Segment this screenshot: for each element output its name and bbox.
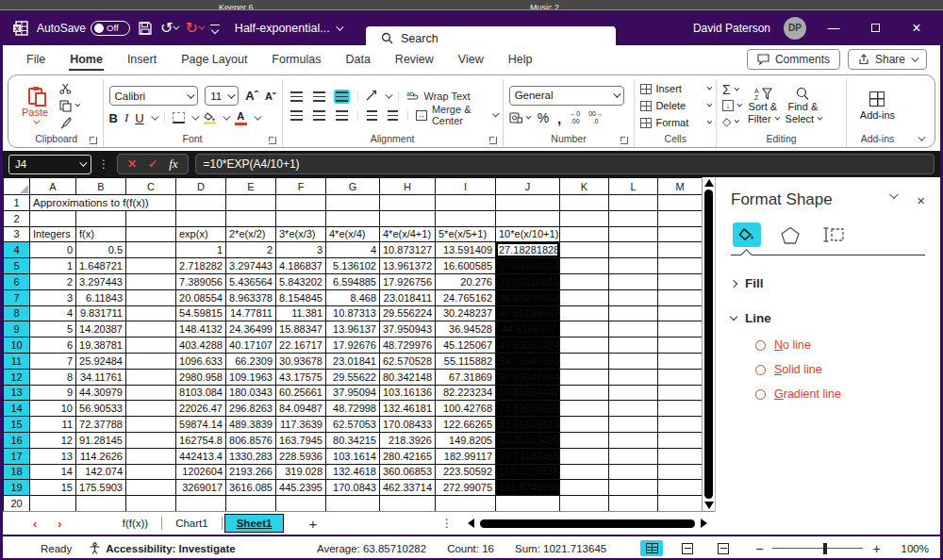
column-header-K[interactable]: K xyxy=(560,178,609,195)
row-header-19[interactable]: 19 xyxy=(4,480,30,496)
cell-B14[interactable]: 56.90533 xyxy=(76,401,126,417)
cell-I18[interactable]: 223.50592 xyxy=(436,464,496,480)
cell-A13[interactable]: 9 xyxy=(30,385,76,401)
redo-button[interactable]: ↻ xyxy=(185,21,202,36)
cell-G18[interactable]: 132.4618 xyxy=(326,464,380,480)
cell-F18[interactable]: 319.028 xyxy=(276,464,326,480)
comments-button[interactable]: Comments xyxy=(747,49,840,70)
fill-section-header[interactable]: Fill xyxy=(731,276,925,290)
font-size-combo[interactable]: 11 xyxy=(205,86,239,106)
ribbon-tab-page-layout[interactable]: Page Layout xyxy=(171,48,257,71)
cell-I6[interactable]: 20.276 xyxy=(436,273,496,289)
underline-button[interactable]: U xyxy=(135,111,143,125)
column-header-C[interactable]: C xyxy=(126,178,176,195)
search-input[interactable]: Search xyxy=(366,26,616,50)
page-break-view-button[interactable] xyxy=(712,540,735,556)
panel-close-icon[interactable]: × xyxy=(917,192,925,208)
cell-G11[interactable]: 23.01841 xyxy=(326,353,380,369)
cell-B18[interactable]: 142.074 xyxy=(76,464,126,480)
percent-style-button[interactable]: % xyxy=(538,110,549,125)
cell-J16[interactable]: 90.25013499 xyxy=(496,432,560,448)
undo-button[interactable]: ↺ xyxy=(160,21,177,36)
cell-B19[interactable]: 175.5903 xyxy=(76,480,126,496)
effects-tab[interactable] xyxy=(776,222,804,247)
series-header-cell[interactable]: 10*e(x/10+1) xyxy=(496,226,560,242)
cell-B8[interactable]: 9.831711 xyxy=(76,305,126,321)
cell-J14[interactable]: 73.89056099 xyxy=(496,401,560,417)
cell-B4[interactable]: 0.5 xyxy=(76,242,126,258)
cell[interactable] xyxy=(658,242,703,258)
cell[interactable] xyxy=(658,289,703,305)
cell-A19[interactable]: 15 xyxy=(30,480,76,496)
cell-C11[interactable] xyxy=(126,353,176,369)
cell-E16[interactable]: 806.8576 xyxy=(226,432,276,448)
cell-C13[interactable] xyxy=(126,385,176,401)
cell-A7[interactable]: 3 xyxy=(30,289,76,305)
series-header-cell[interactable]: 3*e(x/3) xyxy=(276,226,326,242)
normal-view-button[interactable] xyxy=(640,540,663,556)
cell[interactable] xyxy=(560,210,609,226)
cell-J5[interactable]: 30.04166024 xyxy=(496,258,560,274)
cell-I12[interactable]: 67.31869 xyxy=(436,369,496,385)
cell[interactable] xyxy=(609,273,658,289)
cell-C5[interactable] xyxy=(126,258,176,274)
cell-H15[interactable]: 170.08433 xyxy=(380,417,436,433)
cell-A14[interactable]: 10 xyxy=(30,401,76,417)
cell[interactable] xyxy=(658,258,703,274)
quick-access-menu-icon[interactable] xyxy=(210,25,220,32)
delete-cells-button[interactable]: Delete xyxy=(640,99,710,113)
orientation-button[interactable] xyxy=(366,90,378,103)
row-header-8[interactable]: 8 xyxy=(4,305,30,321)
cell-E9[interactable]: 24.36499 xyxy=(226,321,276,338)
cell-E14[interactable]: 296.8263 xyxy=(226,401,276,417)
cell[interactable] xyxy=(609,432,658,448)
font-dialog-launcher[interactable] xyxy=(269,137,276,144)
align-top-button[interactable] xyxy=(289,90,305,104)
cancel-button[interactable]: ✕ xyxy=(127,157,137,171)
cell-D6[interactable]: 7.389056 xyxy=(176,273,226,289)
cell-J4[interactable]: 27.18281828 xyxy=(496,242,560,258)
cell-D7[interactable]: 20.08554 xyxy=(176,289,226,305)
cell[interactable] xyxy=(326,195,380,211)
size-properties-tab[interactable] xyxy=(819,222,848,247)
cell[interactable] xyxy=(609,448,658,464)
cell-A12[interactable]: 8 xyxy=(30,369,76,385)
prev-sheet-arrow[interactable]: ‹ xyxy=(24,517,46,531)
cell-I4[interactable]: 13.591409 xyxy=(436,242,496,258)
cell[interactable] xyxy=(380,496,436,512)
ribbon-tab-review[interactable]: Review xyxy=(385,48,444,71)
cell-E11[interactable]: 66.2309 xyxy=(226,353,276,369)
radio-icon[interactable] xyxy=(755,365,766,375)
excel-app-icon[interactable]: X xyxy=(12,20,29,37)
cell[interactable] xyxy=(560,242,609,258)
cell[interactable] xyxy=(658,369,703,385)
series-header-cell[interactable] xyxy=(126,226,176,242)
shrink-font-button[interactable]: Aˇ xyxy=(265,91,276,102)
merge-center-button[interactable]: ↔ Merge & Center xyxy=(416,108,497,122)
column-header-D[interactable]: D xyxy=(176,178,226,195)
line-option-no-line[interactable]: No line xyxy=(755,338,925,352)
number-format-combo[interactable]: General xyxy=(509,86,624,106)
cell[interactable] xyxy=(658,480,703,496)
cell[interactable] xyxy=(658,464,703,480)
cell-I10[interactable]: 45.125067 xyxy=(436,338,496,354)
cut-button[interactable] xyxy=(59,82,78,95)
cell[interactable] xyxy=(560,480,609,496)
cell-E5[interactable]: 3.297443 xyxy=(226,258,276,274)
cell-A17[interactable]: 13 xyxy=(30,448,76,464)
maximize-button[interactable] xyxy=(861,21,889,35)
column-header-B[interactable]: B xyxy=(76,178,126,195)
cell-G12[interactable]: 29.55622 xyxy=(326,369,380,385)
cell-D10[interactable]: 403.4288 xyxy=(176,338,226,354)
cell[interactable] xyxy=(276,496,326,512)
cell[interactable] xyxy=(609,258,658,274)
cell-C15[interactable] xyxy=(126,417,176,433)
page-layout-view-button[interactable] xyxy=(676,540,699,556)
cell-H18[interactable]: 360.06853 xyxy=(380,464,436,480)
series-header-cell[interactable]: 2*e(x/2) xyxy=(226,226,276,242)
cell-A4[interactable]: 0 xyxy=(30,242,76,258)
cell[interactable] xyxy=(658,417,703,433)
cell-H19[interactable]: 462.33714 xyxy=(380,480,436,496)
row-header-17[interactable]: 17 xyxy=(4,448,30,464)
cell-I7[interactable]: 24.765162 xyxy=(436,289,496,305)
